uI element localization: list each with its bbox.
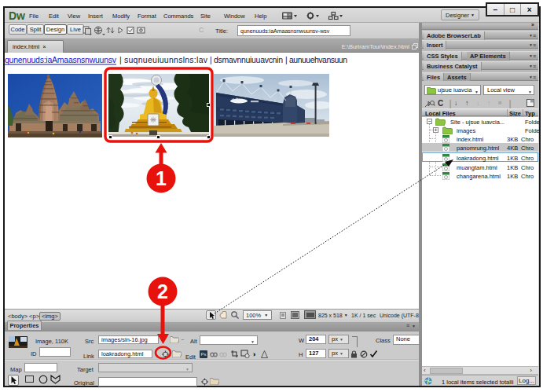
svg-text:2: 2 [157,280,168,302]
svg-text:1: 1 [156,167,167,189]
